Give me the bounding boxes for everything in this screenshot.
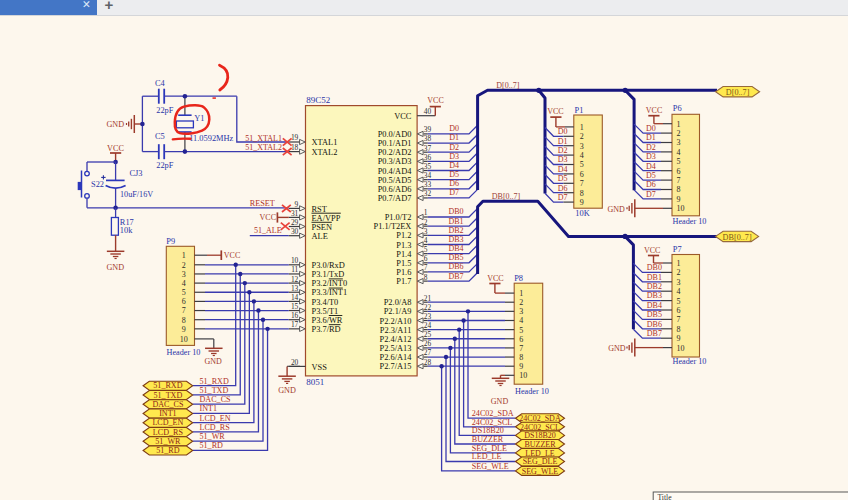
svg-text:38: 38 — [424, 134, 432, 143]
svg-text:10K: 10K — [575, 209, 589, 218]
svg-text:LED_LE: LED_LE — [472, 452, 502, 461]
svg-text:DB3: DB3 — [448, 235, 463, 244]
svg-text:D5: D5 — [558, 174, 568, 183]
svg-text:32: 32 — [424, 189, 432, 198]
svg-text:25: 25 — [424, 330, 432, 339]
svg-text:5: 5 — [424, 245, 428, 254]
svg-text:39: 39 — [424, 125, 432, 134]
svg-text:37: 37 — [424, 144, 432, 153]
svg-text:P3.5/T1: P3.5/T1 — [312, 307, 339, 316]
svg-text:BUZZER: BUZZER — [472, 435, 504, 444]
svg-text:30: 30 — [291, 227, 299, 236]
svg-text:1: 1 — [677, 120, 681, 129]
svg-text:P9: P9 — [166, 237, 175, 246]
svg-text:6: 6 — [519, 335, 523, 344]
svg-text:11: 11 — [291, 265, 298, 274]
svg-text:VCC: VCC — [107, 144, 124, 153]
svg-text:7: 7 — [182, 306, 186, 315]
svg-text:DB1: DB1 — [448, 217, 463, 226]
svg-text:P3.4/T0: P3.4/T0 — [312, 298, 339, 307]
svg-text:10k: 10k — [120, 226, 133, 235]
svg-text:P3.6/WR: P3.6/WR — [312, 316, 343, 325]
svg-text:DB4: DB4 — [647, 301, 662, 310]
svg-text:12: 12 — [291, 275, 299, 284]
svg-text:9: 9 — [677, 334, 681, 343]
svg-text:P3.3/INT1: P3.3/INT1 — [312, 288, 348, 297]
svg-text:4: 4 — [580, 151, 584, 160]
svg-text:1: 1 — [677, 259, 681, 268]
svg-text:INT1: INT1 — [200, 404, 218, 413]
svg-text:P1.6: P1.6 — [396, 268, 411, 277]
svg-text:51_WR: 51_WR — [200, 432, 226, 441]
svg-text:P1.1/T2EX: P1.1/T2EX — [373, 222, 411, 231]
svg-text:D0: D0 — [646, 124, 656, 133]
svg-text:DB5: DB5 — [448, 253, 463, 262]
svg-text:3: 3 — [424, 227, 428, 236]
svg-text:PSEN: PSEN — [312, 223, 332, 232]
svg-text:C5: C5 — [155, 132, 165, 141]
svg-text:VCC: VCC — [547, 107, 563, 116]
svg-text:89C52: 89C52 — [306, 95, 330, 105]
svg-text:10: 10 — [677, 204, 685, 213]
svg-text:P0.6/AD6: P0.6/AD6 — [378, 185, 412, 194]
svg-text:8: 8 — [580, 189, 584, 198]
svg-text:D4: D4 — [646, 162, 656, 171]
svg-text:D1: D1 — [449, 133, 459, 142]
svg-text:P1.5: P1.5 — [396, 259, 411, 268]
svg-text:VCC: VCC — [260, 213, 276, 222]
svg-text:P3.0/RxD: P3.0/RxD — [312, 261, 345, 270]
svg-text:22pF: 22pF — [156, 161, 174, 170]
svg-text:33: 33 — [424, 180, 432, 189]
svg-text:S22: S22 — [91, 180, 104, 189]
svg-text:22pF: 22pF — [156, 106, 174, 115]
svg-text:Title: Title — [658, 493, 673, 500]
svg-text:Header 10: Header 10 — [167, 348, 201, 357]
svg-text:P1.2: P1.2 — [396, 231, 411, 240]
svg-text:D1: D1 — [646, 133, 656, 142]
svg-text:1: 1 — [182, 251, 186, 260]
svg-text:DB[0..7]: DB[0..7] — [723, 233, 752, 242]
svg-text:GND: GND — [205, 357, 223, 366]
svg-text:5: 5 — [580, 160, 584, 169]
svg-text:7: 7 — [519, 344, 523, 353]
svg-text:3: 3 — [182, 270, 186, 279]
svg-text:DAC_CS: DAC_CS — [152, 400, 183, 409]
svg-text:P6: P6 — [673, 104, 682, 113]
svg-text:RESET: RESET — [250, 199, 275, 208]
svg-text:2: 2 — [424, 218, 428, 227]
svg-text:DB1: DB1 — [647, 273, 662, 282]
svg-text:D5: D5 — [646, 171, 656, 180]
svg-text:RST: RST — [312, 205, 327, 214]
svg-text:R17: R17 — [120, 218, 134, 227]
svg-text:7: 7 — [580, 179, 584, 188]
svg-text:D7: D7 — [646, 190, 656, 199]
svg-text:D6: D6 — [558, 184, 568, 193]
svg-text:Header 10: Header 10 — [673, 217, 707, 226]
svg-text:9: 9 — [580, 198, 584, 207]
svg-text:LCD_EN: LCD_EN — [152, 418, 183, 427]
svg-text:16: 16 — [291, 311, 299, 320]
svg-text:6: 6 — [677, 306, 681, 315]
svg-text:8: 8 — [677, 325, 681, 334]
svg-text:EA/VPP: EA/VPP — [312, 214, 341, 223]
svg-text:51_WR: 51_WR — [155, 437, 181, 446]
svg-text:1: 1 — [519, 289, 523, 298]
svg-text:1: 1 — [580, 123, 584, 132]
svg-text:P2.6/A14: P2.6/A14 — [380, 353, 413, 362]
svg-text:9: 9 — [519, 362, 523, 371]
svg-text:10: 10 — [519, 371, 527, 380]
svg-text:D7: D7 — [558, 193, 568, 202]
svg-text:8: 8 — [519, 353, 523, 362]
svg-text:4: 4 — [424, 236, 428, 245]
svg-text:2: 2 — [519, 298, 523, 307]
svg-text:VCC: VCC — [646, 106, 662, 115]
svg-text:D3: D3 — [558, 155, 568, 164]
svg-text:P2.3/A11: P2.3/A11 — [380, 326, 412, 335]
svg-text:51_XTAL2: 51_XTAL2 — [245, 143, 282, 152]
svg-text:6: 6 — [424, 254, 428, 263]
svg-text:11.0592MHz: 11.0592MHz — [189, 134, 233, 143]
svg-text:26: 26 — [424, 339, 432, 348]
svg-text:5: 5 — [677, 297, 681, 306]
svg-text:24: 24 — [424, 321, 432, 330]
svg-text:DB2: DB2 — [448, 226, 463, 235]
